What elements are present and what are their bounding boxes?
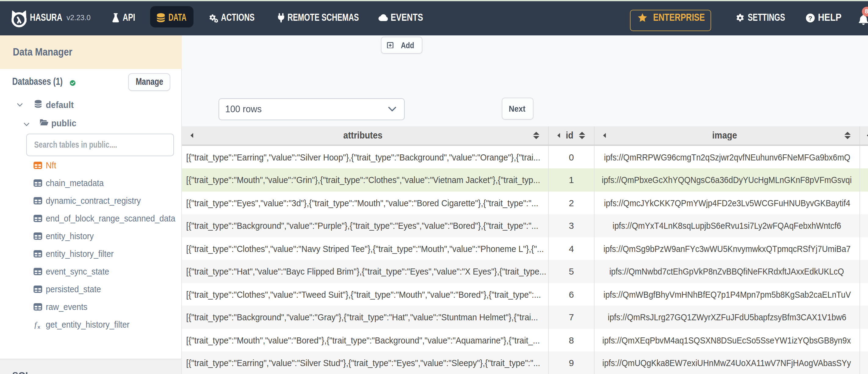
- svg-text:?: ?: [808, 14, 812, 21]
- svg-text:x: x: [37, 324, 40, 329]
- svg-text:f: f: [34, 321, 37, 329]
